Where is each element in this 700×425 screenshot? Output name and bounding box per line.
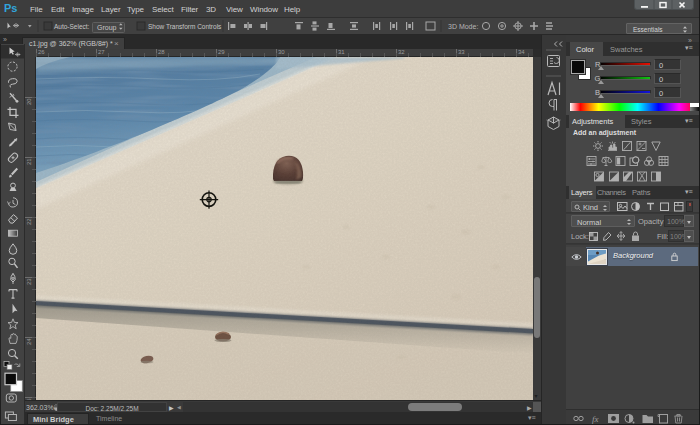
svg-text:fx: fx [592,414,599,424]
svg-text:3D Mode:: 3D Mode: [448,23,478,30]
